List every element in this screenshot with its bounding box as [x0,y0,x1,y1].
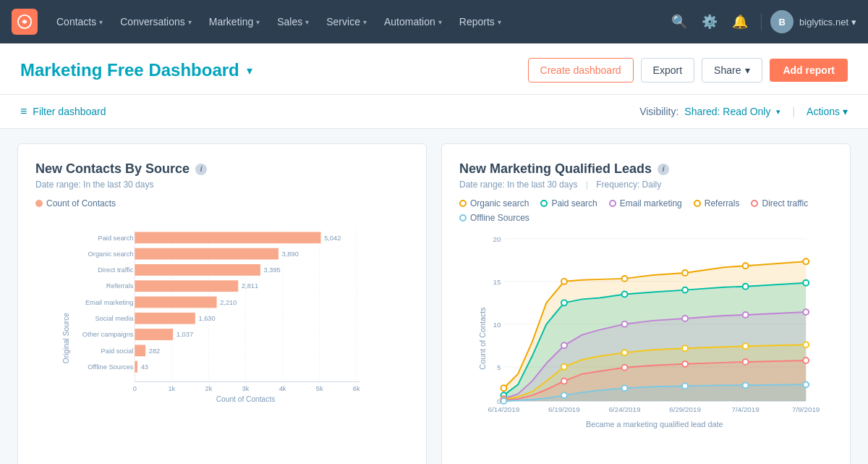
filter-right: Visibility: Shared: Read Only ▾ | Action… [639,106,848,117]
svg-text:10: 10 [493,321,501,329]
share-button[interactable]: Share ▾ [702,58,762,83]
visibility-value[interactable]: Shared: Read Only [684,106,770,117]
nav-sales[interactable]: Sales ▾ [270,10,316,33]
chart2-legend: Organic search Paid search Email marketi… [459,198,833,223]
svg-point-81 [682,361,688,367]
nav-right-section: 🔍 ⚙️ 🔔 B biglytics.net ▾ [667,9,856,34]
bar-direct-traffic[interactable] [135,264,260,276]
page-header: Marketing Free Dashboard ▾ Create dashbo… [0,43,868,95]
filter-dashboard-button[interactable]: ≡ Filter dashboard [20,105,106,118]
nav-automation-chevron: ▾ [438,18,442,26]
svg-point-64 [743,284,749,290]
svg-text:Offline Sources: Offline Sources [88,363,134,371]
svg-point-73 [561,364,567,370]
bar-other-campaigns[interactable] [135,329,173,340]
svg-point-88 [743,382,749,388]
svg-point-79 [561,379,567,384]
bar-offline-sources[interactable] [135,361,137,373]
chart1-title: New Contacts By Source i [35,161,409,177]
settings-button[interactable]: ⚙️ [697,9,722,34]
legend-offline-sources: Offline Sources [459,213,529,223]
svg-point-87 [682,383,688,389]
svg-text:2,210: 2,210 [220,299,237,306]
svg-point-56 [622,276,628,282]
nav-contacts[interactable]: Contacts ▾ [49,10,110,33]
svg-text:1,037: 1,037 [176,331,193,338]
svg-text:5: 5 [497,363,501,371]
add-report-button[interactable]: Add report [770,59,848,82]
chart2-title: New Marketing Qualified Leads i [459,161,833,177]
svg-text:15: 15 [493,278,501,286]
nav-sales-chevron: ▾ [305,18,309,26]
svg-text:2,811: 2,811 [242,282,258,290]
bar-social-media[interactable] [135,313,195,324]
dot-organic [501,385,506,391]
dashboard-dropdown-chevron[interactable]: ▾ [247,64,252,77]
bar-paid-social[interactable] [135,345,145,356]
svg-point-57 [682,270,688,276]
svg-text:6/14/2019: 6/14/2019 [488,405,520,413]
visibility-chevron-icon: ▾ [776,107,780,117]
svg-point-68 [622,321,628,327]
filter-actions-divider: | [792,106,795,117]
nav-automation[interactable]: Automation ▾ [377,10,449,33]
notifications-button[interactable]: 🔔 [728,9,752,34]
svg-point-89 [803,381,809,387]
export-button[interactable]: Export [641,58,694,83]
svg-text:4k: 4k [279,385,286,392]
svg-point-62 [622,292,628,298]
svg-point-63 [682,287,688,293]
nav-service[interactable]: Service ▾ [319,10,374,33]
bar-organic-search[interactable] [135,248,278,260]
user-menu[interactable]: biglytics.net ▾ [799,17,856,28]
svg-text:Paid search: Paid search [98,235,133,242]
actions-button[interactable]: Actions ▾ [807,106,848,117]
share-chevron-icon: ▾ [745,64,750,76]
svg-text:6/19/2019: 6/19/2019 [548,405,580,413]
svg-text:1,630: 1,630 [199,315,216,322]
bar-referrals[interactable] [135,280,238,292]
svg-text:Count of Contacts: Count of Contacts [216,395,276,403]
svg-text:282: 282 [149,347,160,355]
bar-paid-search[interactable] [135,232,320,243]
actions-chevron-icon: ▾ [843,106,848,117]
user-menu-chevron: ▾ [851,17,856,28]
svg-point-86 [622,385,628,391]
chart1-legend: Count of Contacts [35,198,409,208]
page-title: Marketing Free Dashboard [20,60,239,80]
svg-text:Social media: Social media [95,315,134,322]
bar-email-marketing[interactable] [135,297,216,308]
svg-point-70 [743,312,749,318]
user-avatar[interactable]: B [770,10,793,33]
svg-point-74 [622,350,628,355]
legend-organic-search: Organic search [459,198,529,208]
svg-text:0: 0 [133,385,137,392]
svg-point-59 [803,258,809,264]
svg-text:20: 20 [493,235,501,243]
nav-marketing-chevron: ▾ [256,18,260,26]
page-title-wrap: Marketing Free Dashboard ▾ [20,60,252,80]
svg-text:Email marketing: Email marketing [85,299,133,306]
svg-point-75 [682,345,688,351]
svg-point-61 [561,300,567,305]
nav-marketing[interactable]: Marketing ▾ [202,10,267,33]
legend-paid-search: Paid search [540,198,597,208]
chart1-subtitle: Date range: In the last 30 days [35,180,409,190]
search-button[interactable]: 🔍 [667,9,692,34]
line-chart-svg: Count of Contacts 20 15 10 5 0 6/14/2019… [459,232,833,442]
svg-text:3,395: 3,395 [264,266,281,274]
nav-reports[interactable]: Reports ▾ [452,10,509,33]
bar-chart-svg: Original Source 5,042 Paid search 3,890 … [35,217,409,405]
nav-contacts-chevron: ▾ [99,18,103,26]
nav-conversations[interactable]: Conversations ▾ [113,10,199,33]
filter-icon: ≡ [20,105,27,118]
create-dashboard-button[interactable]: Create dashboard [528,58,634,83]
svg-point-69 [682,316,688,321]
chart1-info-icon[interactable]: i [195,164,207,175]
hubspot-logo[interactable] [12,9,38,35]
svg-point-76 [743,343,749,349]
legend-referrals: Referrals [694,198,740,208]
chart2-info-icon[interactable]: i [658,164,669,175]
svg-text:5k: 5k [316,385,323,392]
nav-divider [761,13,762,30]
